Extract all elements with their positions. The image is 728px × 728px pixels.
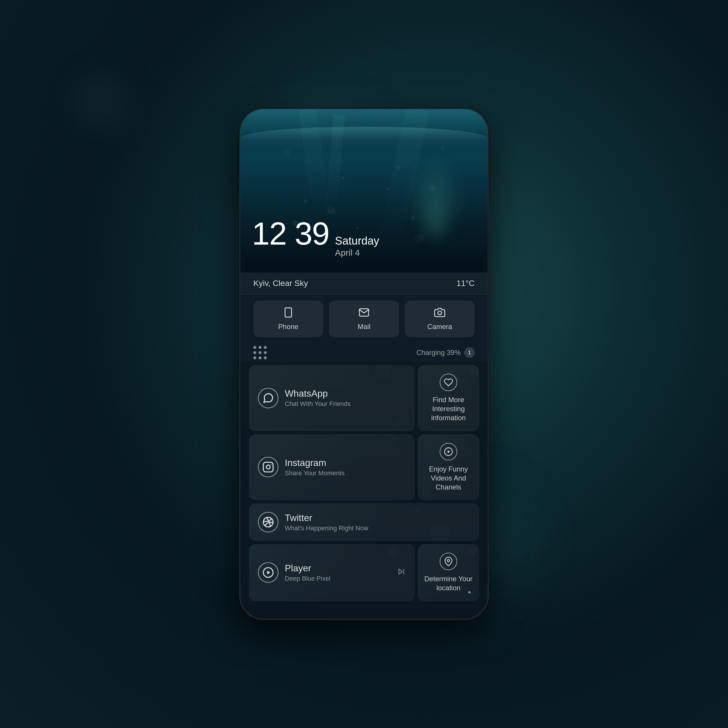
camera-icon: [434, 307, 445, 320]
player-card[interactable]: Player Deep Blue Pixel: [249, 544, 414, 601]
twitter-name: Twitter: [285, 512, 369, 523]
phone-frame: 12 39 Saturday April 4 Kyiv, Clear Sky 1…: [240, 109, 488, 619]
whatsapp-icon: [258, 388, 278, 408]
svg-point-1: [438, 311, 442, 315]
quick-apps-row: Phone Mail Camera: [240, 295, 488, 343]
instagram-icon: [258, 457, 278, 477]
svg-marker-5: [448, 450, 450, 453]
weather-bar: Kyiv, Clear Sky 11°C: [240, 272, 488, 295]
svg-rect-2: [263, 462, 273, 472]
main-content: Kyiv, Clear Sky 11°C Phone: [240, 272, 488, 619]
find-more-label: Find More Interesting information: [424, 395, 473, 422]
clock-date: April 4: [335, 248, 379, 258]
svg-rect-0: [285, 308, 292, 317]
svg-marker-9: [399, 569, 402, 574]
quick-app-camera-label: Camera: [427, 323, 452, 331]
location-icon: [440, 553, 457, 570]
twitter-icon: [258, 512, 278, 532]
app-row-3: Twitter What's Happening Right Now: [249, 503, 479, 541]
phone-icon: [283, 307, 294, 320]
location-label: Determine Your location: [424, 574, 473, 592]
instagram-name: Instagram: [285, 457, 344, 468]
quick-app-mail[interactable]: Mail: [329, 301, 399, 337]
player-icon: [258, 562, 278, 583]
app-grid: WhatsApp Chat With Your Friends Find Mor…: [240, 362, 488, 619]
instagram-card[interactable]: Instagram Share Your Moments: [249, 434, 414, 500]
instagram-subtitle: Share Your Moments: [285, 470, 344, 477]
whatsapp-card[interactable]: WhatsApp Chat With Your Friends: [249, 365, 414, 431]
player-next-icon[interactable]: [397, 567, 405, 578]
player-subtitle: Deep Blue Pixel: [285, 575, 330, 583]
videos-icon: [440, 443, 457, 460]
app-row-4: Player Deep Blue Pixel: [249, 544, 479, 601]
clock-day: Saturday: [335, 234, 379, 248]
clock-time: 12 39: [252, 217, 329, 249]
hero-wallpaper: 12 39 Saturday April 4: [240, 109, 488, 272]
charging-text: Charging 39%: [416, 349, 461, 357]
location-card[interactable]: Determine Your location: [418, 544, 479, 601]
app-drawer-dots[interactable]: [253, 346, 267, 359]
quick-app-phone[interactable]: Phone: [253, 301, 323, 337]
battery-badge: 1: [464, 347, 475, 358]
quick-app-camera[interactable]: Camera: [405, 301, 475, 337]
twitter-subtitle: What's Happening Right Now: [285, 525, 369, 532]
whatsapp-name: WhatsApp: [285, 388, 350, 399]
player-name: Player: [285, 563, 330, 574]
twitter-card[interactable]: Twitter What's Happening Right Now: [249, 503, 479, 541]
app-row-1: WhatsApp Chat With Your Friends Find Mor…: [249, 365, 479, 431]
app-row-2: Instagram Share Your Moments Enjoy Funny…: [249, 434, 479, 500]
quick-app-phone-label: Phone: [278, 323, 298, 331]
svg-point-11: [447, 560, 450, 562]
find-more-card[interactable]: Find More Interesting information: [418, 365, 479, 431]
quick-app-mail-label: Mail: [358, 323, 370, 331]
videos-card[interactable]: Enjoy Funny Videos And Chanels: [418, 434, 479, 500]
weather-location: Kyiv, Clear Sky: [253, 279, 308, 288]
status-row: Charging 39% 1: [240, 343, 488, 362]
charging-info: Charging 39% 1: [416, 347, 475, 358]
weather-temperature: 11°C: [456, 279, 475, 288]
svg-marker-8: [267, 571, 270, 575]
whatsapp-subtitle: Chat With Your Friends: [285, 400, 350, 408]
clock-section: 12 39 Saturday April 4: [240, 217, 488, 258]
videos-label: Enjoy Funny Videos And Chanels: [424, 465, 473, 492]
find-more-icon: [440, 374, 457, 391]
mail-icon: [358, 307, 370, 320]
